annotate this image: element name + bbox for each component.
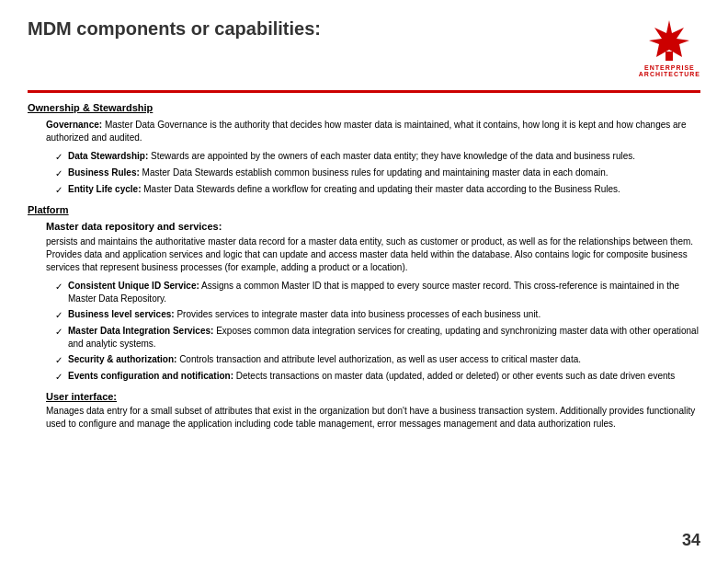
ownership-heading: Ownership & Stewardship	[28, 102, 700, 113]
bullet-1-text: Data Stewardship: Stewards are appointed…	[68, 150, 635, 163]
repo-text: persists and maintains the authoritative…	[46, 236, 700, 274]
governance-label: Governance:	[46, 120, 102, 130]
red-bar	[28, 90, 700, 93]
platform-bullet-2: ✓ Business level services: Provides serv…	[55, 308, 700, 322]
check-icon-3: ✓	[55, 184, 63, 197]
governance-block: Governance: Master Data Governance is th…	[46, 119, 700, 197]
governance-text: Governance: Master Data Governance is th…	[46, 119, 700, 144]
ownership-bullet-1: ✓ Data Stewardship: Stewards are appoint…	[55, 150, 700, 164]
pb2-bold: Business level services:	[68, 309, 175, 319]
page: MDM components or capabilities: ENTERPRI…	[0, 0, 728, 563]
check-icon-p2: ✓	[55, 309, 63, 322]
check-icon-p3: ✓	[55, 326, 63, 339]
platform-bullet-5: ✓ Events configuration and notification:…	[55, 370, 700, 384]
bullet-2-bold: Business Rules:	[68, 167, 140, 178]
platform-heading: Platform	[28, 204, 700, 215]
platform-bullet-2-text: Business level services: Provides servic…	[68, 308, 540, 321]
ui-section: User interface: Manages data entry for a…	[28, 391, 700, 431]
page-title: MDM components or capabilities:	[28, 18, 321, 40]
check-icon-1: ✓	[55, 151, 63, 164]
platform-bullet-4: ✓ Security & authorization: Controls tra…	[55, 353, 700, 367]
check-icon-p1: ✓	[55, 281, 63, 293]
platform-section: Platform Master data repository and serv…	[28, 204, 700, 384]
svg-rect-1	[665, 52, 673, 61]
bullet-3-bold: Entity Life cycle:	[68, 184, 141, 194]
logo-area: ENTERPRISEARCHITECTURE	[639, 18, 700, 77]
platform-bullets: ✓ Consistent Unique ID Service: Assigns …	[55, 280, 700, 384]
platform-bullet-5-text: Events configuration and notification: D…	[68, 370, 675, 383]
governance-body: Master Data Governance is the authority …	[46, 120, 687, 143]
platform-bullet-3: ✓ Master Data Integration Services: Expo…	[55, 325, 700, 350]
pb4-bold: Security & authorization:	[68, 354, 176, 364]
ownership-section: Ownership & Stewardship Governance: Mast…	[28, 102, 700, 197]
check-icon-p5: ✓	[55, 371, 63, 384]
logo-text-enterprise: ENTERPRISEARCHITECTURE	[639, 64, 700, 77]
repo-heading: Master data repository and services:	[46, 221, 700, 232]
bullet-2-text: Business Rules: Master Data Stewards est…	[68, 167, 609, 179]
platform-bullets-block: ✓ Consistent Unique ID Service: Assigns …	[46, 280, 700, 384]
ownership-bullets: ✓ Data Stewardship: Stewards are appoint…	[55, 150, 700, 197]
ownership-bullet-3: ✓ Entity Life cycle: Master Data Steward…	[55, 183, 700, 197]
pb5-bold: Events configuration and notification:	[68, 371, 233, 381]
page-number: 34	[682, 531, 700, 550]
ui-heading: User interface:	[46, 391, 700, 402]
ui-text: Manages data entry for a small subset of…	[46, 405, 700, 431]
pb1-bold: Consistent Unique ID Service:	[68, 281, 199, 291]
platform-bullet-3-text: Master Data Integration Services: Expose…	[68, 325, 700, 350]
bullet-1-bold: Data Stewardship:	[68, 151, 148, 161]
platform-bullet-4-text: Security & authorization: Controls trans…	[68, 353, 581, 366]
header: MDM components or capabilities: ENTERPRI…	[28, 18, 700, 77]
ownership-bullet-2: ✓ Business Rules: Master Data Stewards e…	[55, 167, 700, 180]
bullet-3-text: Entity Life cycle: Master Data Stewards …	[68, 183, 620, 196]
platform-bullet-1-text: Consistent Unique ID Service: Assigns a …	[68, 280, 700, 305]
pb3-bold: Master Data Integration Services:	[68, 326, 213, 336]
check-icon-p4: ✓	[55, 354, 63, 367]
enterprise-logo	[647, 18, 691, 63]
check-icon-2: ✓	[55, 167, 63, 180]
platform-bullet-1: ✓ Consistent Unique ID Service: Assigns …	[55, 280, 700, 305]
